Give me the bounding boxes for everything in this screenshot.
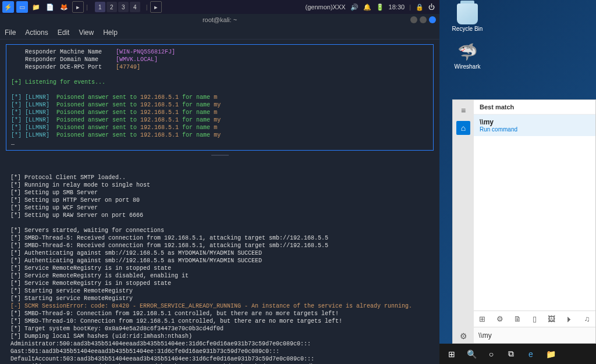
filter-device-icon[interactable]: ▯ bbox=[533, 315, 537, 323]
responder-event-line: [*] [LLMNR] Poisoned answer sent to 192.… bbox=[11, 101, 428, 109]
panel-app-icon[interactable]: ▭ bbox=[16, 1, 28, 13]
battery-icon[interactable]: 🔋 bbox=[376, 3, 384, 11]
edge-icon[interactable]: e bbox=[521, 345, 541, 363]
resp-listening: [+] Listening for events... bbox=[11, 78, 428, 86]
relay-line: [*] Target system bootKey: 0x8a94e5a2d8c… bbox=[10, 325, 429, 333]
terminal-body[interactable]: Responder Machine Name [WIN-PNQ5S6812FJ]… bbox=[0, 40, 439, 364]
terminal-title: root@kali: ~ bbox=[203, 16, 237, 23]
filter-videos-icon[interactable]: ⏵ bbox=[566, 315, 573, 323]
relay-line: [*] Service RemoteRegistry is disabled, … bbox=[10, 272, 429, 280]
search-result-title: \\my bbox=[480, 118, 590, 126]
search-result[interactable]: \\my Run command bbox=[474, 115, 595, 136]
responder-event-line: [*] [LLMNR] Poisoned answer sent to 192.… bbox=[11, 124, 428, 131]
cortana-icon[interactable]: ○ bbox=[481, 345, 501, 363]
resp-machine-label: Responder Machine Name bbox=[25, 49, 102, 55]
maximize-button[interactable] bbox=[420, 16, 427, 23]
resp-cursor: _ bbox=[11, 139, 428, 147]
responder-pane: Responder Machine Name [WIN-PNQ5S6812FJ]… bbox=[6, 44, 434, 151]
relay-line: [*] SMBD-Thread-9: Connection from 192.1… bbox=[10, 310, 429, 317]
workspace-3[interactable]: 3 bbox=[118, 2, 129, 12]
lock-icon[interactable]: 🔒 bbox=[416, 3, 424, 11]
workspace-2[interactable]: 2 bbox=[107, 2, 117, 12]
kali-menu-icon[interactable]: ⚡ bbox=[2, 1, 14, 13]
workspace-4[interactable]: 4 bbox=[130, 2, 140, 12]
search-filter-row: ⊞ ⚙ 🗎 ▯ 🖼 ⏵ ♫ bbox=[474, 311, 595, 327]
relay-line: [*] SMBD-Thread-6: Received connection f… bbox=[10, 242, 429, 249]
filter-apps-icon[interactable]: ⊞ bbox=[479, 315, 485, 323]
terminal-menubar: File Actions Edit View Help bbox=[0, 26, 439, 40]
start-button[interactable]: ⊞ bbox=[442, 345, 462, 363]
relay-line: [-] SCMR SessionError: code: 0x420 - ERR… bbox=[10, 302, 429, 310]
relay-line: [*] Authenticating against smb://192.168… bbox=[10, 249, 429, 257]
responder-event-line: [*] [LLMNR] Poisoned answer sent to 192.… bbox=[11, 131, 428, 139]
rail-home-icon[interactable]: ⌂ bbox=[456, 121, 470, 135]
relay-line: [*] Setting up WCF Server bbox=[10, 204, 429, 212]
windows-search-popup: ≡ ⌂ ⚙ Best match \\my Run command ⊞ ⚙ 🗎 … bbox=[452, 99, 596, 344]
taskbar-search-icon[interactable]: 🔍 bbox=[462, 345, 481, 363]
taskview-icon[interactable]: ⧉ bbox=[501, 345, 521, 363]
relay-line: [*] Service RemoteRegistry is in stopped… bbox=[10, 265, 429, 272]
resp-machine-val: [WIN-PNQ5S6812FJ] bbox=[116, 49, 175, 55]
relay-line: [*] Setting up SMB Server bbox=[10, 189, 429, 197]
wireshark-icon[interactable]: 🦈 Wireshark bbox=[450, 41, 485, 70]
relay-line: [*] Running in relay mode to single host bbox=[10, 181, 429, 189]
filter-settings-icon[interactable]: ⚙ bbox=[496, 315, 503, 323]
workspace-1[interactable]: 1 bbox=[95, 2, 105, 12]
explorer-icon[interactable]: 📁 bbox=[541, 345, 560, 363]
workspace-switcher[interactable]: 1 2 3 4 bbox=[95, 2, 140, 12]
volume-icon[interactable]: 🔊 bbox=[350, 3, 359, 11]
filter-photos-icon[interactable]: 🖼 bbox=[548, 315, 555, 323]
menu-edit[interactable]: Edit bbox=[58, 28, 70, 37]
relay-line: [*] Dumping local SAM hashes (uid:rid:lm… bbox=[10, 333, 429, 340]
recycle-bin-icon[interactable]: Recycle Bin bbox=[450, 3, 485, 32]
relay-line: Administrator:500:aad3b435b51404eeaad3b4… bbox=[10, 340, 429, 348]
clock[interactable]: 18:30 bbox=[389, 3, 405, 10]
relay-line: [*] Authenticating against smb://192.168… bbox=[10, 257, 429, 265]
resp-rpc-label: Responder DCE-RPC Port bbox=[25, 64, 102, 70]
menu-help[interactable]: Help bbox=[103, 28, 118, 37]
relay-line: Gast:501:aad3b435b51404eeaad3b435b51404e… bbox=[10, 348, 429, 355]
search-input-value: \\my bbox=[478, 331, 492, 340]
wireshark-label: Wireshark bbox=[454, 63, 480, 70]
panel-files-icon[interactable]: 📁 bbox=[30, 1, 42, 13]
relay-line: [*] Servers started, waiting for connect… bbox=[10, 227, 429, 234]
panel-terminal-icon[interactable]: ▸ bbox=[72, 1, 84, 13]
menu-view[interactable]: View bbox=[79, 28, 94, 37]
search-rail: ≡ ⌂ ⚙ bbox=[453, 100, 474, 343]
rail-settings-icon[interactable]: ⚙ bbox=[456, 329, 470, 343]
minimize-button[interactable] bbox=[410, 16, 417, 23]
windows-taskbar: ⊞ 🔍 ○ ⧉ e 📁 bbox=[439, 344, 596, 364]
relay-line: DefaultAccount:503:aad3b435b51404eeaad3b… bbox=[10, 355, 429, 363]
search-input[interactable]: \\my bbox=[474, 327, 595, 343]
relay-line: [*] Protocol Client SMTP loaded.. bbox=[10, 174, 429, 181]
recycle-bin-label: Recycle Bin bbox=[452, 26, 483, 32]
resp-domain-val: [WMVK.LOCAL] bbox=[116, 56, 158, 63]
panel-firefox-icon[interactable]: 🦊 bbox=[58, 1, 70, 13]
filter-docs-icon[interactable]: 🗎 bbox=[514, 315, 522, 323]
responder-event-line: [*] [LLMNR] Poisoned answer sent to 192.… bbox=[11, 116, 428, 124]
relay-line: [*] Setting up RAW Server on port 6666 bbox=[10, 212, 429, 219]
resp-rpc-val: [47749] bbox=[116, 64, 140, 70]
close-button[interactable] bbox=[429, 16, 436, 23]
notification-icon[interactable]: 🔔 bbox=[363, 3, 371, 11]
power-icon[interactable]: ⏻ bbox=[428, 3, 435, 10]
relay-line: [*] Starting service RemoteRegistry bbox=[10, 287, 429, 295]
menu-file[interactable]: File bbox=[5, 28, 16, 37]
search-header: Best match bbox=[474, 100, 595, 115]
relay-line: [*] Starting service RemoteRegistry bbox=[10, 295, 429, 302]
responder-event-line: [*] [LLMNR] Poisoned answer sent to 192.… bbox=[11, 94, 428, 101]
relay-line: [*] Setting up HTTP Server on port 80 bbox=[10, 197, 429, 204]
relay-line: [*] SMBD-Thread-10: Connection from 192.… bbox=[10, 317, 429, 325]
panel-terminal2-icon[interactable]: ▸ bbox=[150, 1, 162, 13]
terminal-window: root@kali: ~ File Actions Edit View Help… bbox=[0, 14, 439, 364]
kali-top-panel: ⚡ ▭ 📁 📄 🦊 ▸ | 1 2 3 4 | ▸ (genmon)XXX 🔊 … bbox=[0, 0, 439, 14]
relay-line bbox=[10, 219, 429, 227]
terminal-titlebar[interactable]: root@kali: ~ bbox=[0, 14, 439, 26]
rail-hamburger-icon[interactable]: ≡ bbox=[456, 104, 470, 117]
relay-pane: [*] Protocol Client SMTP loaded..[*] Run… bbox=[6, 156, 434, 364]
filter-music-icon[interactable]: ♫ bbox=[584, 315, 590, 323]
menu-actions[interactable]: Actions bbox=[25, 28, 48, 37]
genmon-indicator: (genmon)XXX bbox=[306, 3, 346, 10]
relay-line: [*] Service RemoteRegistry is in stopped… bbox=[10, 280, 429, 287]
panel-text-icon[interactable]: 📄 bbox=[44, 1, 56, 13]
